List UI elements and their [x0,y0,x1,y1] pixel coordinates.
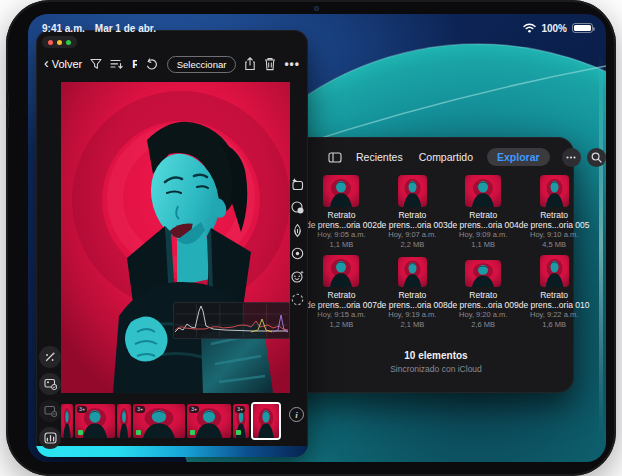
sync-status: Sincronizado con iCloud [306,364,566,374]
auto-enhance-icon[interactable] [289,176,305,192]
file-time: Hoy, 9:05 a.m. [317,230,365,240]
file-name-line1: Retrato [398,210,426,220]
browser-tab-bar: Recientes Compartido Explorar [328,146,564,168]
lasso-select-icon[interactable] [289,291,305,307]
file-item[interactable]: Retrato de prens...oria 005 Hoy, 9:10 a.… [519,175,590,249]
file-grid: Retrato de prens...oria 002 Hoy, 9:05 a.… [306,175,566,329]
edited-indicator [236,430,241,435]
file-size: 4,5 MB [542,240,566,250]
filmstrip-thumbnail[interactable] [251,402,281,440]
file-time: Hoy, 9:15 a.m. [317,310,365,320]
file-item[interactable]: Retrato de prens...oria 004 Hoy, 9:09 a.… [448,175,519,249]
ipad-device-frame: 9:41 a.m. Mar 1 de abr. 100% [6,0,616,476]
file-thumbnail [540,255,569,287]
file-name-line1: Retrato [328,290,356,300]
more-options-button[interactable]: ••• [284,57,300,71]
file-name-line1: Retrato [540,290,568,300]
file-item[interactable]: Retrato de prens...oria 002 Hoy, 9:05 a.… [306,175,377,249]
revert-photo-button[interactable] [39,400,61,422]
filmstrip-thumbnail[interactable]: 3+ [75,404,115,438]
edited-indicator [190,430,195,435]
zoom-window-dot[interactable] [66,40,71,45]
filmstrip[interactable]: 3+ 3+ 3+ [61,401,290,441]
front-camera [314,6,319,11]
file-item[interactable]: Retrato de prens...oria 007 Hoy, 9:15 a.… [306,255,377,329]
more-ellipsis-icon[interactable] [562,148,581,167]
file-name-line1: Retrato [398,290,426,300]
file-thumbnail [465,260,501,287]
screen: 9:41 a.m. Mar 1 de abr. 100% [28,14,606,462]
canvas-tools-rail [39,346,61,449]
filmstrip-thumbnail[interactable]: 3+ [233,404,249,438]
file-size: 2,6 MB [471,320,495,330]
file-time: Hoy, 9:20 a.m. [459,310,507,320]
close-window-dot[interactable] [48,40,53,45]
sidebar-icon[interactable] [328,148,342,167]
browser-window: Recientes Compartido Explorar [278,137,574,393]
status-bar: 9:41 a.m. Mar 1 de abr. 100% [42,21,593,35]
bottom-glow-strip [36,446,308,457]
edit-count-badge: 3+ [135,406,145,413]
filmstrip-thumbnail[interactable] [117,404,131,438]
histogram-toggle-button[interactable] [39,427,61,449]
color-adjust-icon[interactable] [289,199,305,215]
file-name-line1: Retrato [469,290,497,300]
photo-canvas[interactable] [61,82,290,393]
info-button[interactable]: i [289,407,304,422]
file-item[interactable]: Retrato de prens...oria 008 Hoy, 9:19 a.… [377,255,448,329]
undo-icon[interactable] [145,58,159,71]
select-button[interactable]: Seleccionar [167,56,237,73]
file-time: Hoy, 9:22 a.m. [530,310,578,320]
file-name-line2: de prens...oria 004 [448,220,519,230]
back-button[interactable]: ‹ Volver [44,58,82,70]
file-name-line2: de prens...oria 002 [306,220,377,230]
file-time: Hoy, 9:09 a.m. [459,230,507,240]
share-icon[interactable] [244,57,256,71]
clone-icon[interactable] [289,245,305,261]
file-item[interactable]: Retrato de prens...oria 009 Hoy, 9:20 a.… [448,255,519,329]
file-thumbnail [398,257,427,287]
sort-icon[interactable] [110,58,124,70]
edit-count-badge: 3+ [189,406,199,413]
volume-up-button [6,92,9,108]
file-time: Hoy, 9:10 a.m. [530,230,578,240]
file-name-line1: Retrato [540,210,568,220]
tab-explorar[interactable]: Explorar [487,148,550,166]
file-time: Hoy, 9:07 a.m. [388,230,436,240]
filmstrip-thumbnail[interactable] [61,404,73,438]
file-size: 1,6 MB [542,320,566,330]
file-item[interactable]: Retrato de prens...oria 003 Hoy, 9:07 a.… [377,175,448,249]
edited-indicator [78,430,83,435]
auto-ml-adjust-button[interactable] [39,346,61,368]
export-photo-button[interactable] [39,373,61,395]
trash-icon[interactable] [264,57,276,71]
file-name-line1: Retrato [469,210,497,220]
wifi-icon [523,23,536,33]
volume-down-button [6,112,9,128]
tab-recientes[interactable]: Recientes [354,148,405,166]
edit-count-badge: 3+ [77,406,87,413]
file-size: 1,1 MB [471,240,495,250]
clock: 9:41 a.m. [42,23,85,34]
file-thumbnail [323,255,359,287]
file-name-line1: Retrato [328,210,356,220]
file-size: 2,2 MB [400,240,424,250]
search-icon[interactable] [587,148,606,167]
chevron-left-icon: ‹ [44,58,49,68]
retouch-face-icon[interactable] [289,268,305,284]
histogram-chart [173,302,290,339]
filter-funnel-icon[interactable] [90,58,102,70]
back-label: Volver [52,58,83,70]
window-controls[interactable] [42,36,77,48]
tab-compartido[interactable]: Compartido [417,148,475,166]
minimize-window-dot[interactable] [57,40,62,45]
edited-indicator [136,430,141,435]
file-name-line2: de prens...oria 007 [306,300,377,310]
pen-curves-icon[interactable] [289,222,305,238]
filmstrip-thumbnail[interactable]: 3+ [187,404,231,438]
file-size: 2,1 MB [400,320,424,330]
edit-tools-rail [289,176,305,307]
file-size: 1,1 MB [330,240,354,250]
file-item[interactable]: Retrato de prens...oria 010 Hoy, 9:22 a.… [519,255,590,329]
filmstrip-thumbnail[interactable]: 3+ [133,404,185,438]
